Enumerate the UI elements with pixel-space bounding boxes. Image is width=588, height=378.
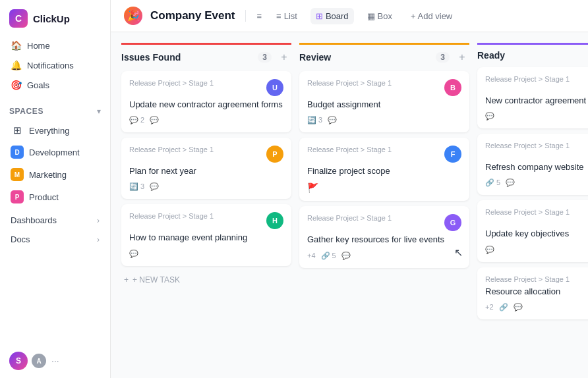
plus-icon-resource: +2	[485, 303, 494, 311]
column-review-add-icon[interactable]: +	[455, 50, 469, 65]
product-dot: P	[11, 190, 24, 203]
card-title-refresh: Refresh company website	[485, 161, 588, 173]
view-tab-board[interactable]: ⊞ Board	[310, 8, 354, 24]
card-footer-1: 💬 2 💬	[129, 116, 283, 124]
dashboards-label: Dashboards	[11, 215, 57, 225]
card-finalize-scope[interactable]: Release Project > Stage 1 F Finalize pro…	[299, 138, 469, 201]
card-title-budget: Budget assignment	[307, 99, 461, 111]
board-area: Issues Found 3 + Release Project > Stage…	[111, 32, 588, 378]
card-footer-refresh: 🔗 5 💬	[485, 178, 588, 187]
project-title: Company Event	[150, 9, 235, 22]
sidebar-item-goals[interactable]: 🎯 Goals	[5, 75, 105, 95]
sidebar-item-dashboards[interactable]: Dashboards ›	[5, 211, 105, 230]
card-update-objectives[interactable]: Release Project > Stage 1 U Update key o…	[477, 200, 588, 261]
project-icon: 🎉	[124, 7, 142, 25]
chat-icon: 💬	[150, 116, 159, 124]
card-budget-assignment[interactable]: Release Project > Stage 1 B Budget assig…	[299, 71, 469, 132]
goals-label: Goals	[27, 80, 49, 90]
sidebar-item-home[interactable]: 🏠 Home	[5, 36, 105, 55]
card-resource-allocation[interactable]: Release Project > Stage 1 Resource alloc…	[477, 267, 588, 319]
column-ready-header: Ready 4	[477, 43, 588, 67]
new-task-button[interactable]: + + NEW TASK	[121, 269, 291, 291]
tab-list[interactable]: ≡	[256, 11, 263, 21]
docs-label: Docs	[11, 234, 30, 244]
goals-icon: 🎯	[11, 80, 22, 90]
dashboards-section: Dashboards › Docs ›	[0, 211, 110, 249]
card-event-planning[interactable]: Release Project > Stage 1 H How to manag…	[121, 204, 291, 265]
sidebar-item-development[interactable]: D Development	[5, 141, 105, 163]
sidebar-footer: S A ···	[0, 344, 110, 378]
refresh-icon-budget: 🔄 3	[307, 116, 322, 124]
spaces-label: Spaces	[9, 107, 44, 116]
new-task-icon: +	[124, 275, 129, 284]
view-tab-box[interactable]: ▦ Box	[362, 8, 397, 24]
card-refresh-website[interactable]: Release Project > Stage 1 R Refresh comp…	[477, 134, 588, 195]
card-title-new-contractor: New contractor agreement	[485, 95, 588, 107]
home-label: Home	[27, 41, 50, 51]
main-content: 🎉 Company Event ≡ ≡ List ⊞ Board ▦ Box +…	[111, 0, 588, 378]
card-meta-resource: Release Project > Stage 1	[485, 275, 570, 283]
dashboards-chevron-icon: ›	[97, 216, 100, 225]
card-footer-budget: 🔄 3 💬	[307, 116, 461, 124]
user-avatar-secondary[interactable]: A	[32, 354, 46, 368]
card-footer-resource: +2 🔗 💬	[485, 303, 588, 311]
everything-icon: ⊞	[11, 124, 24, 136]
list-tab-label: List	[284, 11, 297, 21]
page-header: 🎉 Company Event ≡ ≡ List ⊞ Board ▦ Box +…	[111, 0, 588, 32]
everything-label: Everything	[29, 126, 69, 136]
card-meta-new-contractor: Release Project > Stage 1	[485, 75, 570, 83]
logo-text: ClickUp	[33, 13, 70, 24]
card-meta-3: Release Project > Stage 1	[129, 212, 214, 220]
new-task-label: + NEW TASK	[132, 275, 180, 284]
sidebar-item-notifications[interactable]: 🔔 Notifications	[5, 55, 105, 75]
link-icon-gather: 🔗 5	[321, 252, 336, 260]
notifications-label: Notifications	[27, 61, 74, 70]
card-meta-2: Release Project > Stage 1	[129, 146, 214, 153]
list-icon: ≡	[256, 11, 262, 21]
spaces-header[interactable]: Spaces ▾	[0, 104, 110, 120]
card-update-contractor[interactable]: Release Project > Stage 1 U Update new c…	[121, 71, 291, 132]
card-plan-next-year[interactable]: Release Project > Stage 1 P Plan for nex…	[121, 138, 291, 199]
card-title-3: How to manage event planning	[129, 232, 283, 244]
view-tab-list[interactable]: ≡ List	[271, 8, 303, 24]
card-footer-objectives: 💬	[485, 246, 588, 254]
development-dot: D	[11, 146, 24, 159]
user-avatar[interactable]: S	[9, 352, 28, 370]
plus-icon-gather: +4	[307, 252, 316, 259]
column-issues-found: Issues Found 3 + Release Project > Stage…	[121, 43, 291, 291]
docs-chevron-icon: ›	[97, 235, 100, 244]
card-footer-finalize: 🚩	[307, 182, 461, 193]
column-review-title: Review	[299, 52, 430, 63]
sidebar-item-docs[interactable]: Docs ›	[5, 230, 105, 249]
add-view-button[interactable]: + Add view	[405, 8, 457, 24]
chat-icon-2: 💬	[150, 182, 159, 191]
sidebar-item-product[interactable]: P Product	[5, 186, 105, 208]
card-meta-finalize: Release Project > Stage 1	[307, 146, 392, 153]
sidebar-item-everything[interactable]: ⊞ Everything	[5, 120, 105, 141]
card-title-gather: Gather key resources for live events	[307, 234, 461, 246]
card-gather-resources[interactable]: Release Project > Stage 1 G Gather key r…	[299, 206, 469, 267]
refresh-icon: 🔄 3	[129, 182, 144, 191]
card-avatar-1: U	[266, 79, 283, 96]
card-avatar-gather: G	[444, 214, 461, 231]
column-review-cards: Release Project > Stage 1 B Budget assig…	[299, 71, 469, 268]
card-title-objectives: Update key objectives	[485, 228, 588, 240]
board-tab-label: Board	[326, 11, 349, 21]
card-title-resource: Resource allocation	[485, 286, 588, 298]
chat-icon-refresh: 💬	[506, 178, 515, 187]
card-avatar-finalize: F	[444, 146, 461, 163]
card-meta-objectives: Release Project > Stage 1	[485, 208, 570, 216]
column-review-count: 3	[436, 52, 450, 63]
board-tab-icon: ⊞	[316, 11, 323, 21]
column-ready-title: Ready	[477, 50, 588, 61]
sidebar-item-marketing[interactable]: M Marketing	[5, 163, 105, 186]
sidebar-logo[interactable]: C ClickUp	[0, 0, 110, 36]
column-issues-add-icon[interactable]: +	[277, 50, 291, 65]
card-new-contractor[interactable]: Release Project > Stage 1 N New contract…	[477, 67, 588, 128]
marketing-label: Marketing	[29, 170, 67, 180]
spaces-section: Spaces ▾ ⊞ Everything D Development M Ma…	[0, 104, 110, 208]
column-review: Review 3 + Release Project > Stage 1 B B…	[299, 43, 469, 268]
chat-icon-objectives: 💬	[485, 246, 494, 254]
link-icon-refresh: 🔗 5	[485, 178, 500, 187]
column-issues-title: Issues Found	[121, 52, 252, 63]
